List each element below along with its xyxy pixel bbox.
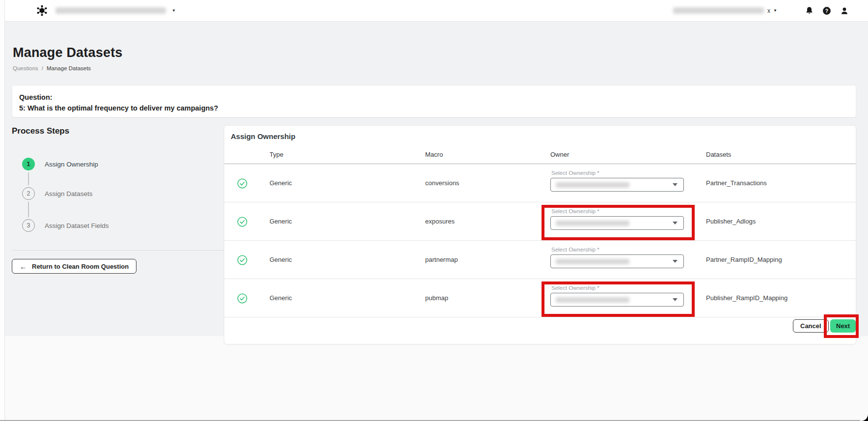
column-header-owner: Owner — [550, 145, 569, 164]
step-number-badge: 3 — [22, 219, 35, 232]
breadcrumb: Questions / Manage Datasets — [13, 65, 91, 71]
account-caret-icon[interactable]: ▼ — [773, 9, 777, 13]
page-title: Manage Datasets — [13, 45, 123, 60]
panel-title: Assign Ownership — [231, 132, 296, 140]
window-corner — [860, 413, 868, 421]
profile-icon[interactable] — [840, 6, 849, 16]
row-dataset: Partner_Transactions — [706, 164, 767, 202]
select-caret-icon — [673, 298, 678, 301]
row-dataset: Publisher_RampID_Mapping — [706, 279, 787, 317]
select-caret-icon — [673, 183, 678, 186]
breadcrumb-current: Manage Datasets — [47, 65, 91, 71]
ownership-select-group: Select Ownership * — [550, 208, 693, 230]
step-assign-dataset-fields[interactable]: 3 Assign Dataset Fields — [22, 219, 109, 232]
row-macro: conversions — [425, 164, 459, 202]
notifications-icon[interactable] — [805, 6, 814, 16]
ownership-select-label: Select Ownership * — [551, 285, 693, 291]
table-header: Type Macro Owner Datasets — [224, 145, 856, 164]
step-label: Assign Dataset Fields — [45, 222, 109, 229]
account-name-redacted — [673, 7, 764, 14]
select-caret-icon — [673, 222, 678, 225]
question-card: Question: 5: What is the optimal frequen… — [12, 85, 856, 117]
next-button[interactable]: Next — [830, 319, 856, 333]
return-button-label: Return to Clean Room Question — [32, 263, 129, 270]
workspace-name-redacted — [55, 7, 166, 14]
sidebar-divider — [12, 250, 224, 251]
app-logo-icon — [36, 5, 48, 16]
ownership-select-group: Select Ownership * — [550, 285, 693, 307]
row-status-check-icon — [237, 178, 247, 190]
row-macro: pubmap — [425, 279, 448, 317]
table-row: GenericexposuresSelect Ownership *Publis… — [224, 202, 856, 241]
table-row: GenericpubmapSelect Ownership *Publisher… — [224, 279, 856, 317]
ownership-select[interactable] — [550, 254, 684, 268]
account-suffix: x — [767, 7, 770, 14]
ownership-select-label: Select Ownership * — [551, 208, 693, 214]
breadcrumb-questions[interactable]: Questions — [13, 65, 38, 71]
row-dataset: Partner_RampID_Mapping — [706, 241, 782, 279]
ownership-select-group: Select Ownership * — [550, 247, 693, 268]
ownership-select-group: Select Ownership * — [550, 170, 693, 192]
column-header-datasets: Datasets — [706, 145, 731, 164]
step-connector — [28, 172, 29, 185]
help-icon[interactable]: ? — [822, 6, 832, 16]
step-assign-ownership[interactable]: 1 Assign Ownership — [22, 158, 98, 170]
ownership-select[interactable] — [550, 293, 684, 307]
row-type: Generic — [270, 164, 292, 202]
column-header-macro: Macro — [425, 145, 443, 164]
row-type: Generic — [270, 241, 292, 279]
row-macro: partnermap — [425, 241, 458, 279]
process-steps-title: Process Steps — [12, 126, 69, 136]
top-navbar: ▼ x ▼ ? — [0, 0, 868, 22]
workspace-caret-icon: ▼ — [172, 9, 176, 13]
row-status-check-icon — [237, 293, 247, 305]
step-connector — [28, 202, 29, 217]
question-label: Question: — [19, 92, 849, 103]
ownership-selected-value-redacted — [556, 259, 629, 264]
ownership-select[interactable] — [550, 178, 684, 192]
ownership-selected-value-redacted — [556, 221, 629, 226]
assign-ownership-panel: Assign Ownership Type Macro Owner Datase… — [224, 125, 856, 344]
step-label: Assign Ownership — [45, 161, 98, 168]
row-type: Generic — [270, 279, 292, 317]
return-to-clean-room-question-button[interactable]: ← Return to Clean Room Question — [12, 259, 136, 274]
cancel-button[interactable]: Cancel — [793, 319, 829, 333]
row-status-check-icon — [237, 217, 247, 228]
ownership-selected-value-redacted — [556, 182, 629, 188]
select-caret-icon — [673, 260, 678, 263]
ownership-select-label: Select Ownership * — [551, 247, 693, 253]
window-left-edge — [0, 0, 5, 421]
question-text: 5: What is the optimal frequency to deli… — [19, 103, 849, 113]
row-macro: exposures — [425, 202, 455, 241]
step-assign-datasets[interactable]: 2 Assign Datasets — [22, 187, 93, 200]
row-status-check-icon — [237, 255, 247, 267]
ownership-selected-value-redacted — [556, 297, 629, 303]
step-label: Assign Datasets — [45, 190, 93, 197]
step-number-badge: 1 — [22, 158, 35, 170]
table-row: GenericpartnermapSelect Ownership *Partn… — [224, 241, 856, 279]
row-dataset: Publisher_Adlogs — [706, 202, 756, 241]
step-number-badge: 2 — [22, 187, 35, 200]
breadcrumb-separator: / — [42, 65, 43, 71]
table-body: GenericconversionsSelect Ownership *Part… — [224, 164, 856, 317]
row-type: Generic — [270, 202, 292, 241]
column-header-type: Type — [270, 145, 283, 164]
svg-text:?: ? — [825, 8, 828, 13]
back-arrow-icon: ← — [20, 262, 27, 271]
ownership-select-label: Select Ownership * — [551, 170, 693, 176]
app-switcher[interactable]: ▼ — [36, 5, 176, 16]
ownership-select[interactable] — [550, 216, 684, 230]
table-row: GenericconversionsSelect Ownership *Part… — [224, 164, 856, 202]
